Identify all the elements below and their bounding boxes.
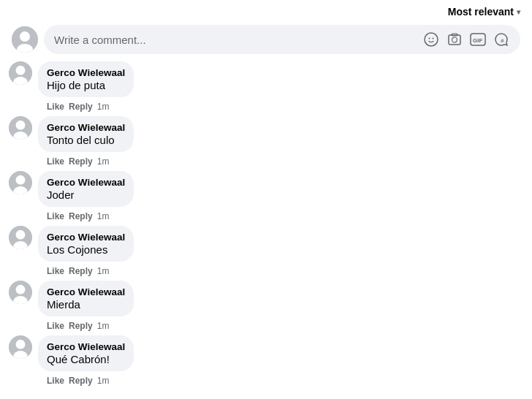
- reply-button[interactable]: Reply: [69, 321, 93, 331]
- comment-time: 1m: [97, 156, 110, 167]
- emoji-icon[interactable]: [422, 31, 440, 48]
- comment-bubble: Gerco WielewaalHijo de puta: [38, 61, 134, 97]
- svg-point-18: [16, 175, 26, 185]
- comment-time: 1m: [97, 321, 110, 331]
- current-user-avatar: [12, 26, 38, 53]
- comment-actions: LikeReply1m: [38, 374, 523, 390]
- comment-avatar: [9, 171, 32, 194]
- like-button[interactable]: Like: [47, 156, 64, 167]
- top-bar: Most relevant ▾: [0, 0, 532, 20]
- comment-avatar: [9, 335, 32, 359]
- comment-author: Gerco Wielewaal: [47, 177, 125, 188]
- reply-button[interactable]: Reply: [69, 266, 93, 276]
- comment-bubble: Gerco WielewaalQué Cabrón!: [38, 335, 134, 371]
- comment-actions: LikeReply1m: [38, 155, 523, 171]
- comment-avatar: [9, 61, 32, 85]
- comment-author: Gerco Wielewaal: [47, 341, 125, 352]
- sort-label: Most relevant: [448, 6, 514, 18]
- comment-item: Gerco WielewaalHijo de puta: [9, 61, 523, 97]
- input-icons: GIF: [422, 31, 510, 48]
- comment-time: 1m: [97, 102, 110, 112]
- svg-point-24: [16, 285, 26, 294]
- comment-avatar: [9, 281, 32, 304]
- comment-text: Joder: [47, 189, 125, 201]
- comment-bubble: Gerco WielewaalTonto del culo: [38, 116, 134, 152]
- comment-input-box[interactable]: Write a comment...: [44, 25, 520, 54]
- comment-wrapper: Gerco WielewaalLos CojonesLikeReply1m: [9, 226, 523, 281]
- comment-item: Gerco WielewaalMierda: [9, 281, 523, 316]
- comment-wrapper: Gerco WielewaalJoderLikeReply1m: [9, 171, 523, 226]
- comment-input-row: Write a comment...: [0, 20, 532, 61]
- comment-item: Gerco WielewaalTonto del culo: [9, 116, 523, 152]
- svg-point-15: [16, 121, 26, 130]
- svg-point-3: [425, 33, 438, 46]
- comment-wrapper: Gerco WielewaalHijo de putaLikeReply1m: [9, 61, 523, 116]
- comments-list: Gerco WielewaalHijo de putaLikeReply1m G…: [0, 61, 532, 390]
- comment-text: Mierda: [47, 298, 125, 311]
- comment-avatar: [9, 226, 32, 249]
- svg-point-12: [16, 66, 26, 75]
- comment-bubble: Gerco WielewaalJoder: [38, 171, 134, 207]
- sort-dropdown[interactable]: Most relevant ▾: [448, 6, 520, 18]
- comment-actions: LikeReply1m: [38, 210, 523, 226]
- like-button[interactable]: Like: [47, 376, 64, 386]
- comment-time: 1m: [97, 211, 110, 221]
- reply-button[interactable]: Reply: [69, 211, 93, 221]
- comment-actions: LikeReply1m: [38, 265, 523, 281]
- comment-item: Gerco WielewaalQué Cabrón!: [9, 335, 523, 371]
- comment-text: Tonto del culo: [47, 134, 125, 146]
- svg-point-5: [433, 38, 434, 39]
- chevron-down-icon: ▾: [517, 8, 520, 16]
- comment-author: Gerco Wielewaal: [47, 67, 125, 78]
- comment-author: Gerco Wielewaal: [47, 286, 125, 297]
- comment-item: Gerco WielewaalLos Cojones: [9, 226, 523, 262]
- comment-wrapper: Gerco WielewaalTonto del culoLikeReply1m: [9, 116, 523, 171]
- comment-time: 1m: [97, 376, 110, 386]
- reply-button[interactable]: Reply: [69, 156, 93, 167]
- like-button[interactable]: Like: [47, 321, 64, 331]
- comment-wrapper: Gerco WielewaalQué Cabrón!LikeReply1m: [9, 335, 523, 390]
- comment-bubble: Gerco WielewaalLos Cojones: [38, 226, 134, 262]
- comment-time: 1m: [97, 266, 110, 276]
- like-button[interactable]: Like: [47, 266, 64, 276]
- comment-author: Gerco Wielewaal: [47, 122, 125, 133]
- comment-actions: LikeReply1m: [38, 319, 523, 335]
- comment-actions: LikeReply1m: [38, 100, 523, 116]
- svg-point-1: [20, 31, 30, 42]
- like-button[interactable]: Like: [47, 211, 64, 221]
- comment-avatar: [9, 116, 32, 140]
- comment-placeholder: Write a comment...: [54, 34, 146, 46]
- gif-icon[interactable]: GIF: [469, 31, 487, 48]
- comment-text: Qué Cabrón!: [47, 353, 125, 365]
- comment-text: Los Cojones: [47, 243, 125, 256]
- sticker-icon[interactable]: [493, 31, 510, 48]
- like-button[interactable]: Like: [47, 102, 64, 112]
- reply-button[interactable]: Reply: [69, 376, 93, 386]
- comment-text: Hijo de puta: [47, 79, 125, 91]
- comment-wrapper: Gerco WielewaalMierdaLikeReply1m: [9, 281, 523, 335]
- comment-author: Gerco Wielewaal: [47, 232, 125, 243]
- svg-point-21: [16, 230, 26, 240]
- comment-bubble: Gerco WielewaalMierda: [38, 281, 134, 316]
- svg-text:GIF: GIF: [473, 37, 482, 44]
- svg-point-7: [452, 37, 457, 42]
- svg-point-4: [429, 38, 430, 39]
- svg-rect-6: [449, 35, 460, 45]
- reply-button[interactable]: Reply: [69, 102, 93, 112]
- svg-point-27: [16, 340, 26, 349]
- comment-item: Gerco WielewaalJoder: [9, 171, 523, 207]
- photo-icon[interactable]: [446, 31, 463, 48]
